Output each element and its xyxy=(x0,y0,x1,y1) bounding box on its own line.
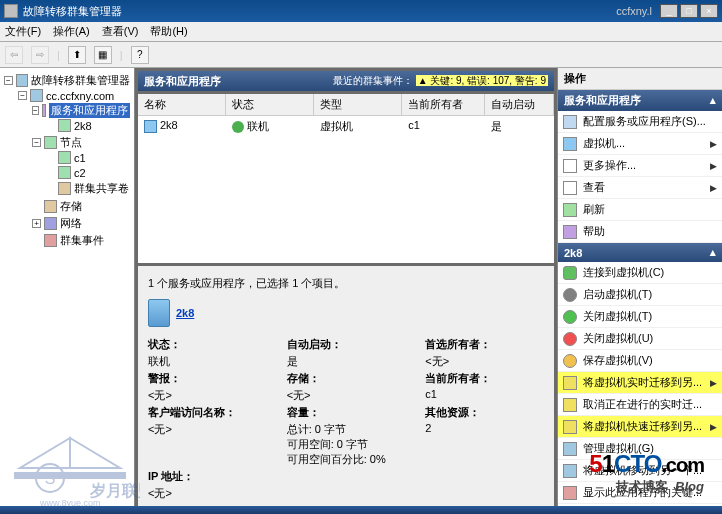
action-save-vm[interactable]: 保存虚拟机(V) xyxy=(558,350,722,372)
col-type[interactable]: 类型 xyxy=(314,94,402,115)
vm-large-icon xyxy=(148,299,170,327)
action-help[interactable]: 帮助 xyxy=(558,221,722,243)
collapse-icon[interactable]: − xyxy=(18,91,27,100)
quick-migrate-icon xyxy=(563,420,577,434)
events-icon xyxy=(44,234,57,247)
cluster-mgr-icon xyxy=(16,74,28,87)
action-move-vm[interactable]: 将虚拟机移动到另一个... xyxy=(558,460,722,482)
menu-help[interactable]: 帮助(H) xyxy=(150,24,187,39)
tree-events[interactable]: 群集事件 xyxy=(32,232,130,249)
nodes-icon xyxy=(44,136,57,149)
menu-view[interactable]: 查看(V) xyxy=(102,24,139,39)
window-title: 故障转移群集管理器 xyxy=(23,4,122,19)
node-icon xyxy=(58,166,71,179)
network-icon xyxy=(44,217,57,230)
col-status[interactable]: 状态 xyxy=(226,94,314,115)
up-button[interactable]: ⬆ xyxy=(68,46,86,64)
storage-icon xyxy=(44,200,57,213)
poweroff-icon xyxy=(563,332,577,346)
action-show-critical[interactable]: 显示此应用程序的关键... xyxy=(558,482,722,504)
tree-node-c2[interactable]: c2 xyxy=(46,165,130,180)
expand-icon[interactable]: + xyxy=(32,219,41,228)
critical-icon xyxy=(563,486,577,500)
actions-section-services[interactable]: 服务和应用程序▴ xyxy=(558,90,722,111)
move-icon xyxy=(563,464,577,478)
action-refresh[interactable]: 刷新 xyxy=(558,199,722,221)
back-button: ⇦ xyxy=(5,46,23,64)
action-view[interactable]: 查看▶ xyxy=(558,177,722,199)
poweron-icon xyxy=(563,310,577,324)
action-quick-migrate[interactable]: 将虚拟机快速迁移到另...▶ xyxy=(558,416,722,438)
table-row[interactable]: 2k8 联机 虚拟机 c1 是 xyxy=(138,116,554,137)
vm-row-icon xyxy=(144,120,157,133)
panel-title: 服务和应用程序 xyxy=(144,74,221,89)
actions-title: 操作 xyxy=(558,68,722,90)
action-more[interactable]: 更多操作...▶ xyxy=(558,155,722,177)
action-start-vm[interactable]: 启动虚拟机(T) xyxy=(558,284,722,306)
connect-icon xyxy=(563,266,577,280)
col-auto[interactable]: 自动启动 xyxy=(485,94,554,115)
refresh-icon xyxy=(563,203,577,217)
tree-nodes[interactable]: −节点 c1 c2 群集共享卷 xyxy=(32,134,130,198)
minimize-button[interactable]: _ xyxy=(660,4,678,18)
actions-section-2k8[interactable]: 2k8▴ xyxy=(558,243,722,262)
action-shutdown-vm[interactable]: 关闭虚拟机(U) xyxy=(558,328,722,350)
configure-icon xyxy=(563,115,577,129)
vm-link[interactable]: 2k8 xyxy=(176,307,194,319)
titlebar: 故障转移群集管理器 ccfxny.l _ □ × xyxy=(0,0,722,22)
tree-vm-2k8[interactable]: 2k8 xyxy=(46,118,130,133)
col-owner[interactable]: 当前所有者 xyxy=(402,94,485,115)
action-configure[interactable]: 配置服务或应用程序(S)... xyxy=(558,111,722,133)
status-online-icon xyxy=(232,121,244,133)
event-summary[interactable]: ▲ 关键: 9, 错误: 107, 警告: 9 xyxy=(416,75,548,86)
tree-pane: −故障转移群集管理器 −cc.ccfxny.com −服务和应用程序 2k8 −… xyxy=(0,68,135,514)
tree-services[interactable]: −服务和应用程序 2k8 xyxy=(32,102,130,134)
menu-action[interactable]: 操作(A) xyxy=(53,24,90,39)
grid-header: 名称 状态 类型 当前所有者 自动启动 xyxy=(138,94,554,116)
tree-node-c1[interactable]: c1 xyxy=(46,150,130,165)
manage-icon xyxy=(563,442,577,456)
services-icon xyxy=(42,104,46,117)
help-button[interactable]: ? xyxy=(131,46,149,64)
tree-cluster[interactable]: −cc.ccfxny.com −服务和应用程序 2k8 −节点 c1 xyxy=(18,88,130,250)
props-button[interactable]: ▦ xyxy=(94,46,112,64)
action-connect-vm[interactable]: 连接到虚拟机(C) xyxy=(558,262,722,284)
collapse-icon[interactable]: − xyxy=(32,106,39,115)
detail-panel: 1 个服务或应用程序，已选择 1 个项目。 2k8 状态： 自动启动： 首选所有… xyxy=(138,266,554,511)
tree-root[interactable]: −故障转移群集管理器 −cc.ccfxny.com −服务和应用程序 2k8 −… xyxy=(4,72,130,251)
help-icon xyxy=(563,225,577,239)
submenu-arrow-icon: ▶ xyxy=(710,161,717,171)
collapse-icon[interactable]: − xyxy=(4,76,13,85)
detail-summary: 1 个服务或应用程序，已选择 1 个项目。 xyxy=(148,276,544,291)
close-button[interactable]: × xyxy=(700,4,718,18)
submenu-arrow-icon: ▶ xyxy=(710,378,717,388)
collapse-icon[interactable]: ▴ xyxy=(710,94,716,107)
menu-file[interactable]: 文件(F) xyxy=(5,24,41,39)
collapse-icon[interactable]: ▴ xyxy=(710,246,716,259)
action-live-migrate[interactable]: 将虚拟机实时迁移到另...▶ xyxy=(558,372,722,394)
submenu-arrow-icon: ▶ xyxy=(710,139,717,149)
tree-csv[interactable]: 群集共享卷 xyxy=(46,180,130,197)
action-manage-vm[interactable]: 管理虚拟机(G) xyxy=(558,438,722,460)
tree-storage[interactable]: 存储 xyxy=(32,198,130,215)
play-icon xyxy=(563,288,577,302)
col-name[interactable]: 名称 xyxy=(138,94,226,115)
node-icon xyxy=(58,151,71,164)
tree-network[interactable]: +网络 xyxy=(32,215,130,232)
actions-pane: 操作 服务和应用程序▴ 配置服务或应用程序(S)... 虚拟机...▶ 更多操作… xyxy=(557,68,722,514)
vm-icon xyxy=(563,137,577,151)
forward-button: ⇨ xyxy=(31,46,49,64)
app-icon xyxy=(4,4,18,18)
cancel-migrate-icon xyxy=(563,398,577,412)
maximize-button[interactable]: □ xyxy=(680,4,698,18)
action-vm[interactable]: 虚拟机...▶ xyxy=(558,133,722,155)
submenu-arrow-icon: ▶ xyxy=(710,183,717,193)
partial-text: ccfxny.l xyxy=(616,5,652,17)
action-cancel-migrate[interactable]: 取消正在进行的实时迁... xyxy=(558,394,722,416)
action-turnoff-vm[interactable]: 关闭虚拟机(T) xyxy=(558,306,722,328)
view-icon xyxy=(563,181,577,195)
cluster-icon xyxy=(30,89,43,102)
collapse-icon[interactable]: − xyxy=(32,138,41,147)
taskbar xyxy=(0,506,722,514)
submenu-arrow-icon: ▶ xyxy=(710,422,717,432)
